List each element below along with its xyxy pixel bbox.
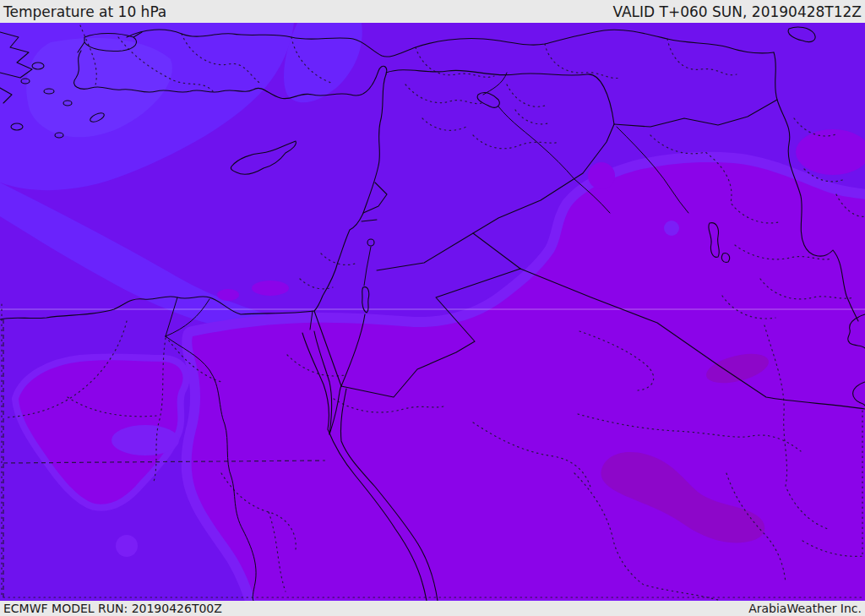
credit-label: ArabiaWeather Inc. [748,602,862,615]
band-mid-sudan-dot [116,535,138,557]
temperature-map-svg [0,23,865,601]
weather-map [0,23,865,601]
band-mid-iraq-dot [664,221,679,236]
band-warm-syria-spot [588,162,615,189]
header-bar: Temperature at 10 hPa VALID T+060 SUN, 2… [0,0,865,23]
band-warm-coastal-spot-2 [252,281,289,296]
footer-bar: ECMWF MODEL RUN: 20190426T00Z ArabiaWeat… [0,601,865,616]
band-mid-south-egypt-patch [112,425,179,455]
temperature-bands [0,23,865,601]
map-title: Temperature at 10 hPa [3,3,166,20]
band-warm-coastal-spot-1 [217,289,239,301]
model-run-label: ECMWF MODEL RUN: 20190426T00Z [3,602,222,615]
valid-time-label: VALID T+060 SUN, 20190428T12Z [612,3,862,20]
